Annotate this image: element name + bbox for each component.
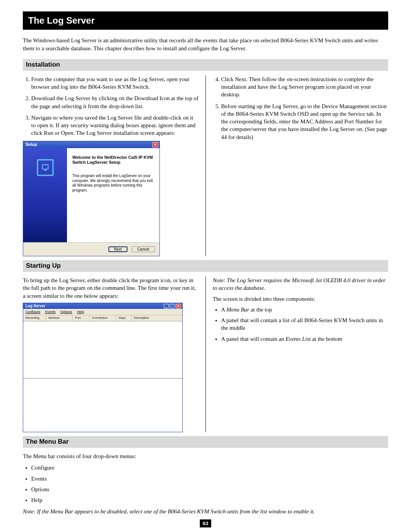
logserver-unit-list-panel[interactable] bbox=[23, 321, 182, 379]
startingup-columns: To bring up the Log Server, either doubl… bbox=[23, 276, 388, 432]
menu-configure[interactable]: Configure bbox=[25, 310, 40, 314]
logserver-events-panel[interactable] bbox=[23, 379, 182, 432]
menubar-items: Configure Events Options Help bbox=[23, 464, 388, 504]
logserver-window: Log Server _ □ ✕ Configure Events Option… bbox=[23, 303, 183, 432]
list-item: Download the Log Server by clicking on t… bbox=[31, 94, 199, 110]
col-connection[interactable]: Connection bbox=[90, 315, 116, 321]
setup-main-panel: Welcome to the NetDirector Cat5 IP KVM S… bbox=[67, 148, 159, 243]
page-title: The Log Server bbox=[28, 15, 95, 26]
list-item: Before starting up the Log Server, go to… bbox=[221, 102, 388, 141]
startingup-left-col: To bring up the Log Server, either doubl… bbox=[23, 276, 206, 432]
installation-left-col: From the computer that you want to use a… bbox=[23, 75, 206, 256]
list-item: A panel that will contain an Events List… bbox=[221, 335, 388, 343]
minimize-icon[interactable]: _ bbox=[164, 304, 169, 308]
next-button[interactable]: Next bbox=[108, 246, 128, 252]
list-item: Navigate to where you saved the Log Serv… bbox=[31, 114, 199, 137]
col-days[interactable]: Days bbox=[116, 315, 132, 321]
close-icon[interactable]: ✕ bbox=[152, 142, 158, 147]
startingup-left-text: To bring up the Log Server, either doubl… bbox=[23, 276, 199, 300]
list-item: Click Next. Then follow the on-screen in… bbox=[221, 75, 388, 99]
list-item: Options bbox=[31, 486, 388, 493]
setup-wizard-window: Setup ✕ Welcome to the NetDirector Cat5 … bbox=[23, 141, 160, 257]
installer-icon bbox=[37, 160, 53, 176]
col-recording[interactable]: Recording bbox=[23, 315, 46, 321]
menu-options[interactable]: Options bbox=[61, 310, 72, 314]
logserver-window-title: Log Server bbox=[25, 304, 45, 309]
startingup-right-col: Note: The Log Server requires the Micros… bbox=[206, 276, 388, 432]
menubar-note: Note: If the Menu Bar appears to be disa… bbox=[23, 508, 388, 515]
section-heading-installation: Installation bbox=[23, 59, 388, 71]
setup-body: Welcome to the NetDirector Cat5 IP KVM S… bbox=[23, 148, 159, 243]
installation-steps-right: Click Next. Then follow the on-screen in… bbox=[213, 75, 388, 141]
page-title-bar: The Log Server bbox=[23, 11, 388, 30]
installation-columns: From the computer that you want to use a… bbox=[23, 75, 388, 256]
startingup-note: Note: The Log Server requires the Micros… bbox=[213, 276, 388, 292]
installation-right-col: Click Next. Then follow the on-screen in… bbox=[206, 75, 388, 256]
cancel-button[interactable]: Cancel bbox=[132, 246, 155, 252]
logserver-column-headers: Recording Address Port Connection Days D… bbox=[23, 315, 182, 321]
list-item: A panel that will contain a list of all … bbox=[221, 316, 388, 332]
close-icon[interactable]: ✕ bbox=[176, 304, 181, 308]
section-heading-starting-up: Starting Up bbox=[23, 260, 388, 272]
intro-paragraph: The Windows-based Log Server is an admin… bbox=[23, 37, 388, 52]
window-controls: _ □ ✕ bbox=[164, 304, 181, 308]
installation-steps-left: From the computer that you want to use a… bbox=[23, 75, 199, 137]
col-address[interactable]: Address bbox=[46, 315, 73, 321]
menu-help[interactable]: Help bbox=[77, 310, 84, 314]
page-number: 63 bbox=[200, 519, 211, 528]
setup-titlebar: Setup ✕ bbox=[23, 141, 159, 148]
logserver-menubar: Configure Events Options Help bbox=[23, 309, 182, 315]
list-item: A Menu Bar at the top bbox=[221, 306, 388, 313]
startingup-right-text: The screen is divided into three compone… bbox=[213, 295, 388, 303]
menu-events[interactable]: Events bbox=[45, 310, 56, 314]
setup-button-bar: Next Cancel bbox=[23, 242, 159, 256]
setup-welcome-title: Welcome to the NetDirector Cat5 IP KVM S… bbox=[72, 155, 154, 166]
list-item: Configure bbox=[31, 464, 388, 471]
svg-rect-0 bbox=[42, 165, 48, 169]
col-description[interactable]: Description bbox=[132, 315, 182, 321]
maximize-icon[interactable]: □ bbox=[170, 304, 175, 308]
page-number-wrap: 63 bbox=[23, 519, 388, 528]
col-port[interactable]: Port bbox=[73, 315, 90, 321]
setup-body-text: This program will install the LogServer … bbox=[72, 174, 154, 193]
menubar-lead: The Menu bar consists of four drop-down … bbox=[23, 452, 388, 460]
components-list: A Menu Bar at the top A panel that will … bbox=[213, 306, 388, 343]
list-item: From the computer that you want to use a… bbox=[31, 75, 199, 91]
logserver-titlebar: Log Server _ □ ✕ bbox=[23, 303, 182, 309]
setup-sidebar bbox=[23, 148, 67, 243]
list-item: Events bbox=[31, 475, 388, 482]
setup-window-title: Setup bbox=[25, 142, 37, 147]
section-heading-menu-bar: The Menu Bar bbox=[23, 436, 388, 448]
list-item: Help bbox=[31, 496, 388, 504]
